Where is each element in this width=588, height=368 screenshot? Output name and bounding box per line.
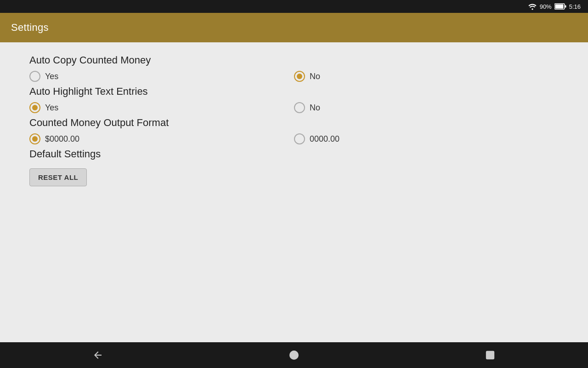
auto-highlight-radio-group: Yes No: [29, 102, 559, 113]
auto-highlight-section: Auto Highlight Text Entries Yes No: [29, 86, 559, 113]
auto-copy-yes-radio[interactable]: [29, 71, 40, 82]
back-icon: [92, 350, 103, 361]
nav-bar: [0, 342, 588, 368]
back-button[interactable]: [91, 349, 104, 362]
auto-copy-yes-option[interactable]: Yes: [29, 71, 294, 82]
auto-highlight-yes-option[interactable]: Yes: [29, 102, 294, 113]
recents-button[interactable]: [484, 349, 497, 362]
format2-radio[interactable]: [294, 133, 305, 144]
battery-icon: [554, 3, 566, 10]
wifi-icon: [528, 3, 537, 10]
auto-highlight-yes-label: Yes: [45, 103, 58, 113]
default-settings-section: Default Settings RESET ALL: [29, 148, 559, 186]
auto-copy-label: Auto Copy Counted Money: [29, 54, 559, 66]
output-format-section: Counted Money Output Format $0000.00 000…: [29, 117, 559, 144]
reset-all-button[interactable]: RESET ALL: [29, 168, 87, 186]
recents-icon: [485, 350, 495, 360]
output-format-label: Counted Money Output Format: [29, 117, 559, 129]
auto-copy-no-option[interactable]: No: [294, 71, 559, 82]
svg-rect-2: [565, 6, 566, 8]
svg-rect-1: [555, 5, 563, 9]
format1-option[interactable]: $0000.00: [29, 133, 294, 144]
time: 5:16: [569, 3, 581, 10]
auto-copy-radio-group: Yes No: [29, 71, 559, 82]
auto-copy-yes-label: Yes: [45, 72, 58, 81]
format1-radio[interactable]: [29, 133, 40, 144]
auto-highlight-label: Auto Highlight Text Entries: [29, 86, 559, 98]
format1-label: $0000.00: [45, 134, 79, 144]
status-icons: 90% 5:16: [528, 3, 581, 10]
status-bar: 90% 5:16: [0, 0, 588, 13]
auto-highlight-no-option[interactable]: No: [294, 102, 559, 113]
app-bar-title: Settings: [11, 22, 49, 34]
auto-highlight-no-radio[interactable]: [294, 102, 305, 113]
svg-point-3: [290, 351, 298, 359]
home-button[interactable]: [288, 349, 300, 362]
main-content: Auto Copy Counted Money Yes No Auto High…: [0, 42, 588, 342]
home-icon: [288, 350, 300, 361]
auto-highlight-no-label: No: [310, 103, 320, 113]
auto-copy-no-label: No: [310, 72, 320, 81]
svg-rect-4: [486, 351, 494, 359]
output-format-radio-group: $0000.00 0000.00: [29, 133, 559, 144]
auto-copy-no-radio[interactable]: [294, 71, 305, 82]
format2-option[interactable]: 0000.00: [294, 133, 559, 144]
app-bar: Settings: [0, 13, 588, 42]
format2-label: 0000.00: [310, 134, 339, 144]
auto-copy-section: Auto Copy Counted Money Yes No: [29, 54, 559, 82]
battery-percent: 90%: [540, 3, 552, 10]
auto-highlight-yes-radio[interactable]: [29, 102, 40, 113]
default-settings-label: Default Settings: [29, 148, 559, 160]
